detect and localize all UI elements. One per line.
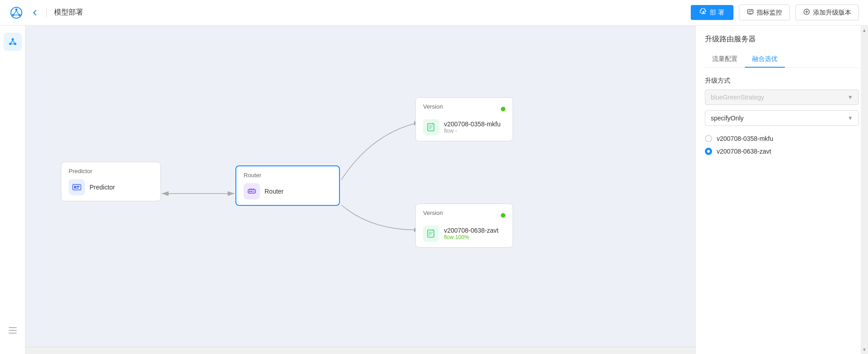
version2-info: v200708-0638-zavt flow 100% bbox=[444, 227, 499, 240]
radio-label-1: v200708-0358-mkfu bbox=[717, 135, 773, 142]
router-content: Router bbox=[244, 183, 332, 199]
version1-title: Version bbox=[423, 103, 443, 110]
back-button[interactable] bbox=[31, 9, 39, 17]
header: 模型部署 部 署 指标监控 bbox=[0, 0, 868, 25]
svg-point-24 bbox=[249, 191, 250, 192]
cloud-icon bbox=[700, 8, 707, 17]
predictor-node: Predictor Predictor bbox=[61, 162, 161, 201]
version1-node: Version v200708-0358-mkfu flow - bbox=[415, 97, 513, 141]
header-actions: 部 署 指标监控 添加升级版本 bbox=[691, 5, 859, 20]
tab-traffic[interactable]: 流量配置 bbox=[705, 51, 745, 68]
deploy-button[interactable]: 部 署 bbox=[691, 5, 733, 20]
specify-select-value: specifyOnly bbox=[711, 115, 743, 122]
upgrade-method-section: 升级方式 blueGreenStrategy ▼ specifyOnly ▼ bbox=[705, 77, 859, 126]
strategy-select[interactable]: blueGreenStrategy ▼ bbox=[705, 90, 859, 105]
sidebar-item-menu[interactable] bbox=[4, 321, 22, 339]
main-layout: Predictor Predictor Router bbox=[0, 25, 868, 354]
version2-flow: flow 100% bbox=[444, 234, 499, 240]
radio-circle-2 bbox=[705, 148, 712, 155]
monitor-button[interactable]: 指标监控 bbox=[739, 5, 790, 20]
svg-point-3 bbox=[19, 14, 21, 16]
version2-name: v200708-0638-zavt bbox=[444, 227, 499, 234]
add-icon bbox=[803, 8, 810, 17]
right-panel-body: 升级方式 blueGreenStrategy ▼ specifyOnly ▼ v… bbox=[696, 68, 868, 164]
right-panel-title: 升级路由服务器 bbox=[705, 35, 859, 44]
page-title: 模型部署 bbox=[54, 8, 83, 17]
chevron-down-icon: ▼ bbox=[848, 94, 853, 100]
sidebar-item-main[interactable] bbox=[4, 33, 22, 51]
predictor-icon bbox=[69, 179, 85, 195]
upgrade-method-label: 升级方式 bbox=[705, 77, 859, 85]
chevron-down-icon-2: ▼ bbox=[848, 115, 853, 121]
tab-fusion[interactable]: 融合选优 bbox=[745, 51, 785, 68]
scroll-up-arrow[interactable]: ▲ bbox=[861, 25, 868, 35]
svg-point-25 bbox=[251, 191, 252, 192]
radio-version1[interactable]: v200708-0358-mkfu bbox=[705, 135, 859, 142]
svg-line-4 bbox=[14, 10, 16, 14]
strategy-select-value: blueGreenStrategy bbox=[711, 94, 764, 101]
sidebar bbox=[0, 25, 25, 354]
deploy-label: 部 署 bbox=[710, 9, 724, 17]
predictor-title: Predictor bbox=[69, 168, 153, 175]
canvas-scrollbar[interactable] bbox=[25, 347, 695, 354]
version1-name: v200708-0358-mkfu bbox=[444, 120, 501, 128]
radio-circle-1 bbox=[705, 135, 712, 142]
version1-header: Version bbox=[423, 103, 505, 115]
svg-rect-22 bbox=[76, 188, 79, 189]
svg-rect-20 bbox=[74, 186, 76, 189]
radio-version2[interactable]: v200708-0638-zavt bbox=[705, 148, 859, 155]
svg-rect-21 bbox=[76, 186, 80, 187]
version1-flow: flow - bbox=[444, 128, 501, 134]
canvas-area: Predictor Predictor Router bbox=[25, 25, 695, 354]
version1-info: v200708-0358-mkfu flow - bbox=[444, 120, 501, 134]
svg-point-9 bbox=[11, 38, 14, 40]
version2-status-dot bbox=[501, 213, 505, 218]
tabs: 流量配置 融合选优 bbox=[705, 51, 859, 68]
predictor-label: Predictor bbox=[90, 184, 115, 191]
svg-line-13 bbox=[13, 40, 15, 43]
version2-header: Version bbox=[423, 209, 505, 221]
version2-title: Version bbox=[423, 209, 443, 216]
version-radio-group: v200708-0358-mkfu v200708-0638-zavt bbox=[705, 135, 859, 155]
router-label: Router bbox=[264, 188, 284, 195]
monitor-label: 指标监控 bbox=[757, 9, 782, 17]
svg-line-5 bbox=[16, 10, 19, 14]
version1-icon bbox=[423, 119, 439, 135]
header-divider bbox=[46, 8, 47, 17]
scroll-down-arrow[interactable]: ▼ bbox=[861, 345, 868, 354]
svg-line-12 bbox=[11, 40, 13, 43]
radio-label-2: v200708-0638-zavt bbox=[717, 148, 771, 155]
version1-status-dot bbox=[501, 107, 505, 111]
add-version-button[interactable]: 添加升级版本 bbox=[795, 5, 859, 20]
monitor-icon bbox=[747, 8, 754, 17]
version1-content: v200708-0358-mkfu flow - bbox=[423, 119, 505, 135]
version2-node: Version v200708-0638-zavt flow 100% bbox=[415, 204, 513, 248]
router-icon bbox=[244, 183, 260, 199]
right-panel: ▲ ▼ 升级路由服务器 流量配置 融合选优 升级方式 blueGreenStra… bbox=[695, 25, 868, 354]
app-logo bbox=[9, 5, 24, 20]
specify-select[interactable]: specifyOnly ▼ bbox=[705, 110, 859, 126]
router-node: Router Router bbox=[235, 165, 340, 206]
predictor-content: Predictor bbox=[69, 179, 153, 195]
add-version-label: 添加升级版本 bbox=[813, 9, 851, 17]
svg-point-2 bbox=[12, 14, 15, 16]
svg-point-1 bbox=[15, 8, 18, 10]
svg-rect-19 bbox=[73, 184, 81, 190]
version2-content: v200708-0638-zavt flow 100% bbox=[423, 225, 505, 242]
router-title: Router bbox=[244, 172, 332, 179]
version2-icon bbox=[423, 225, 439, 242]
right-panel-header: 升级路由服务器 流量配置 融合选优 bbox=[696, 25, 868, 68]
sidebar-bottom bbox=[4, 321, 22, 347]
